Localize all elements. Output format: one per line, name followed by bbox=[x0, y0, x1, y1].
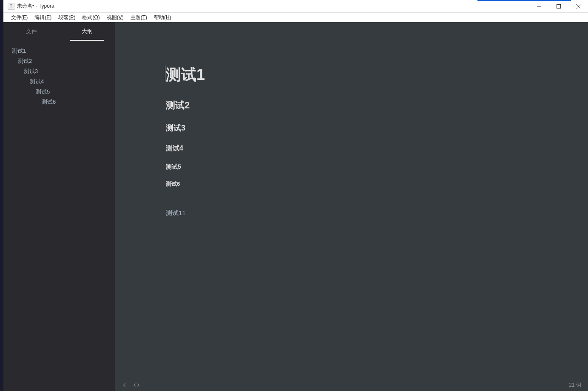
window-title: 未命名• - Typora bbox=[17, 3, 54, 10]
menu-view[interactable]: 视图(V) bbox=[103, 13, 127, 22]
tab-files-label: 文件 bbox=[26, 28, 37, 35]
menu-format[interactable]: 格式(O) bbox=[79, 13, 103, 22]
source-code-icon[interactable] bbox=[134, 382, 139, 388]
menu-theme[interactable]: 主题(T) bbox=[127, 13, 151, 22]
minimize-button[interactable] bbox=[529, 0, 549, 13]
menu-file[interactable]: 文件(F) bbox=[8, 13, 31, 22]
menu-bar: 文件(F) 编辑(E) 段落(P) 格式(O) 视图(V) 主题(T) 帮助(H… bbox=[3, 13, 588, 22]
sidebar: 文件 大纲 测试1 测试2 测试3 测试4 测试5 测试6 bbox=[3, 22, 115, 391]
close-button[interactable] bbox=[568, 0, 588, 13]
tab-outline-label: 大纲 bbox=[82, 28, 93, 35]
outline-item-2[interactable]: 测试2 bbox=[3, 56, 115, 66]
outline-item-4[interactable]: 测试4 bbox=[3, 76, 115, 87]
menu-paragraph[interactable]: 段落(P) bbox=[55, 13, 79, 22]
heading-3[interactable]: 测试3 bbox=[166, 123, 537, 133]
outline-list: 测试1 测试2 测试3 测试4 测试5 测试6 bbox=[3, 41, 115, 107]
outline-item-5[interactable]: 测试5 bbox=[3, 87, 115, 97]
menu-help[interactable]: 帮助(H) bbox=[151, 13, 175, 22]
menu-edit[interactable]: 编辑(E) bbox=[31, 13, 55, 22]
svg-rect-1 bbox=[557, 5, 561, 8]
sidebar-tabs: 文件 大纲 bbox=[3, 22, 115, 41]
status-left bbox=[122, 382, 139, 388]
editor-pane[interactable]: 测试1 测试2 测试3 测试4 测试5 测试6 测试11 21 词 bbox=[115, 22, 588, 391]
tab-files[interactable]: 文件 bbox=[3, 22, 59, 41]
heading-6[interactable]: 测试6 bbox=[166, 180, 537, 188]
heading-2[interactable]: 测试2 bbox=[166, 99, 537, 112]
heading-4[interactable]: 测试4 bbox=[166, 144, 537, 153]
text-cursor bbox=[165, 65, 165, 82]
heading-5[interactable]: 测试5 bbox=[166, 163, 537, 171]
title-bar: T 未命名• - Typora bbox=[3, 0, 588, 13]
main-area: 文件 大纲 测试1 测试2 测试3 测试4 测试5 测试6 测试1 测试2 测试… bbox=[3, 22, 588, 391]
editor-content[interactable]: 测试1 测试2 测试3 测试4 测试5 测试6 测试11 bbox=[115, 22, 588, 234]
back-icon[interactable] bbox=[122, 382, 128, 388]
top-accent-bar bbox=[477, 0, 571, 1]
maximize-button[interactable] bbox=[549, 0, 568, 13]
app-icon: T bbox=[8, 3, 14, 10]
outline-item-6[interactable]: 测试6 bbox=[3, 97, 115, 107]
word-count[interactable]: 21 词 bbox=[569, 382, 581, 389]
status-bar: 21 词 bbox=[115, 379, 588, 391]
heading-1[interactable]: 测试1 bbox=[166, 65, 537, 85]
window-controls bbox=[529, 0, 588, 13]
tab-outline[interactable]: 大纲 bbox=[59, 22, 115, 41]
paragraph-text[interactable]: 测试11 bbox=[166, 209, 537, 217]
outline-item-1[interactable]: 测试1 bbox=[3, 46, 115, 56]
outline-item-3[interactable]: 测试3 bbox=[3, 66, 115, 76]
app-icon-letter: T bbox=[10, 4, 12, 8]
left-edge-strip bbox=[0, 0, 3, 391]
